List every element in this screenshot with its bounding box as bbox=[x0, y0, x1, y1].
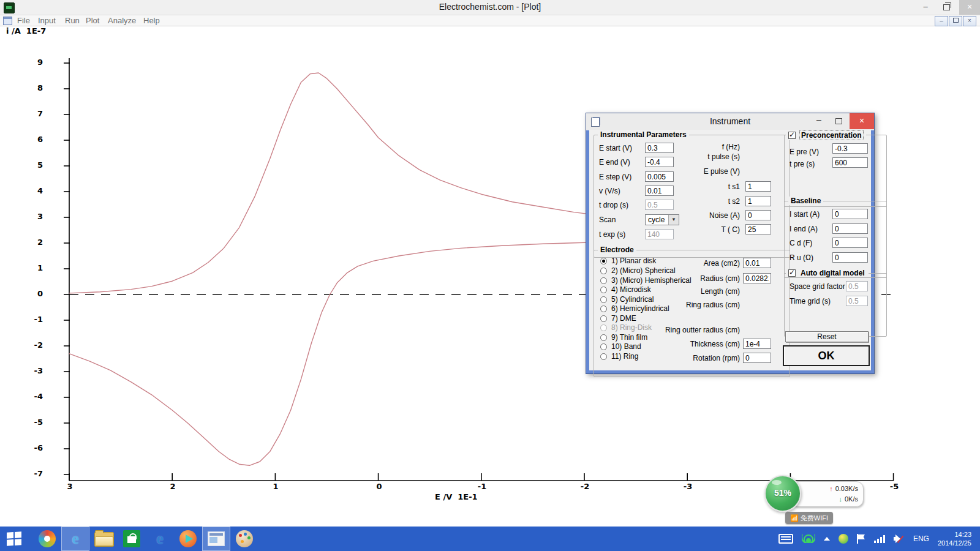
radio-micro-spherical[interactable] bbox=[600, 268, 607, 274]
dialog-body: Instrumental Parameters E start (V) E en… bbox=[589, 130, 871, 370]
x-tick: 1 bbox=[268, 482, 284, 491]
touch-keyboard-icon[interactable] bbox=[778, 534, 793, 544]
x-tick: -5 bbox=[886, 482, 902, 491]
menu-run[interactable]: Run bbox=[65, 16, 80, 25]
main-titlebar: Electrochemist.com - [Plot] – × bbox=[0, 0, 980, 15]
radio-ring[interactable] bbox=[600, 353, 607, 360]
radio-label[interactable]: 2) (Micro) Spherical bbox=[611, 266, 676, 275]
taskbar-clock[interactable]: 14:23 2014/12/25 bbox=[938, 530, 971, 547]
internet-explorer-2-button[interactable]: e bbox=[146, 527, 174, 551]
e-start-field[interactable] bbox=[645, 143, 674, 153]
radio-micro-hemispherical[interactable] bbox=[600, 277, 607, 284]
show-hidden-icons-button[interactable] bbox=[824, 537, 830, 541]
sogou-browser-button[interactable] bbox=[33, 527, 61, 551]
x-tick: 3 bbox=[62, 482, 78, 491]
auto-digital-checkbox[interactable] bbox=[788, 269, 796, 277]
radius-field[interactable] bbox=[743, 273, 771, 283]
media-player-button[interactable] bbox=[174, 527, 202, 551]
y-tick: -2 bbox=[24, 340, 43, 350]
radio-label[interactable]: 9) Thin film bbox=[611, 333, 647, 342]
y-tick: 8 bbox=[24, 83, 43, 92]
action-center-flag-icon[interactable] bbox=[857, 534, 865, 544]
radio-label[interactable]: 1) Planar disk bbox=[611, 257, 656, 265]
preconcentration-checkbox[interactable] bbox=[788, 132, 796, 139]
mdi-document-icon bbox=[3, 17, 12, 25]
windows-store-button[interactable] bbox=[118, 527, 146, 551]
dialog-maximize-button[interactable] bbox=[829, 113, 848, 129]
e-pre-field[interactable] bbox=[832, 143, 868, 154]
restore-button[interactable] bbox=[936, 0, 957, 15]
language-indicator[interactable]: ENG bbox=[913, 534, 929, 543]
rotation-field[interactable] bbox=[743, 353, 771, 363]
free-wifi-badge[interactable]: 📶 免费WIFI bbox=[785, 512, 833, 524]
y-tick: -3 bbox=[24, 366, 43, 375]
t-s2-field[interactable] bbox=[745, 196, 771, 206]
group-legend: Preconcentration bbox=[786, 130, 866, 140]
wifi-icon[interactable] bbox=[802, 534, 815, 543]
i-start-field[interactable] bbox=[832, 209, 868, 219]
radio-label[interactable]: 10) Band bbox=[611, 342, 641, 351]
radio-thin-film[interactable] bbox=[600, 334, 607, 341]
y-tick: 0 bbox=[24, 289, 43, 298]
volume-muted-icon[interactable] bbox=[894, 534, 905, 544]
radio-label[interactable]: 5) Cylindrical bbox=[611, 295, 654, 304]
i-end-field[interactable] bbox=[832, 223, 868, 234]
t-s1-field[interactable] bbox=[745, 181, 771, 192]
minimize-button[interactable]: – bbox=[915, 0, 936, 15]
menu-input[interactable]: Input bbox=[38, 16, 56, 25]
field-label: I end (A) bbox=[790, 225, 818, 233]
dialog-titlebar[interactable]: Instrument – × bbox=[586, 113, 874, 130]
temperature-field[interactable] bbox=[745, 224, 771, 234]
noise-field[interactable] bbox=[745, 210, 771, 220]
radio-ring-disk bbox=[600, 324, 607, 331]
reset-button[interactable]: Reset bbox=[785, 331, 869, 342]
paint-app-button[interactable] bbox=[230, 527, 258, 551]
electrochemist-app-button[interactable] bbox=[202, 527, 230, 551]
close-button[interactable]: × bbox=[959, 0, 980, 15]
net-speed-widget[interactable]: ↑0.03K/s ↓0K/s 51% 📶 免费WIFI bbox=[764, 475, 856, 525]
memory-usage-ball[interactable]: 51% bbox=[764, 475, 801, 512]
menu-plot[interactable]: Plot bbox=[86, 16, 99, 25]
area-field[interactable] bbox=[743, 258, 771, 268]
menu-file[interactable]: File bbox=[17, 16, 30, 25]
y-tick: -7 bbox=[24, 469, 43, 478]
dialog-close-button[interactable]: × bbox=[850, 113, 874, 129]
radio-cylindrical[interactable] bbox=[600, 296, 607, 303]
radio-label[interactable]: 11) Ring bbox=[611, 352, 638, 361]
ok-button[interactable]: OK bbox=[783, 345, 870, 366]
r-u-field[interactable] bbox=[832, 252, 868, 263]
e-end-field[interactable] bbox=[645, 157, 674, 167]
internet-explorer-button[interactable]: e bbox=[61, 527, 89, 551]
menu-help[interactable]: Help bbox=[143, 16, 160, 25]
mdi-minimize-button[interactable]: – bbox=[935, 16, 948, 26]
radio-band[interactable] bbox=[600, 343, 607, 350]
internet-explorer-icon: e bbox=[156, 530, 164, 547]
e-step-field[interactable] bbox=[645, 171, 674, 182]
menu-analyze[interactable]: Analyze bbox=[108, 16, 136, 25]
mdi-restore-button[interactable] bbox=[949, 16, 962, 26]
radio-label[interactable]: 4) Microdisk bbox=[611, 285, 651, 294]
net-speed-panel: ↑0.03K/s ↓0K/s bbox=[791, 481, 864, 507]
y-axis-label: i /A 1E-7 bbox=[6, 26, 46, 36]
file-explorer-button[interactable] bbox=[89, 527, 118, 551]
chevron-down-icon[interactable]: ▼ bbox=[668, 215, 679, 225]
mdi-close-button[interactable]: × bbox=[963, 16, 976, 26]
dialog-minimize-button[interactable]: – bbox=[809, 113, 829, 129]
scan-rate-field[interactable] bbox=[645, 186, 674, 196]
start-button[interactable] bbox=[0, 527, 28, 551]
x-tick: -2 bbox=[577, 482, 593, 491]
network-signal-icon[interactable] bbox=[874, 534, 885, 543]
c-d-field[interactable] bbox=[832, 238, 868, 248]
radio-planar-disk[interactable] bbox=[600, 258, 607, 264]
radio-label[interactable]: 7) DME bbox=[611, 314, 636, 323]
y-tick: 9 bbox=[24, 58, 43, 67]
radio-dme[interactable] bbox=[600, 315, 607, 322]
antivirus-tray-icon[interactable] bbox=[839, 534, 848, 544]
y-tick: 3 bbox=[24, 212, 43, 221]
radio-microdisk[interactable] bbox=[600, 287, 607, 293]
radio-hemicylindrical[interactable] bbox=[600, 305, 607, 312]
field-label: E start (V) bbox=[599, 144, 632, 152]
scan-mode-select[interactable]: cycle ▼ bbox=[645, 214, 679, 225]
t-pre-field[interactable] bbox=[832, 157, 868, 168]
thickness-field[interactable] bbox=[743, 339, 771, 349]
